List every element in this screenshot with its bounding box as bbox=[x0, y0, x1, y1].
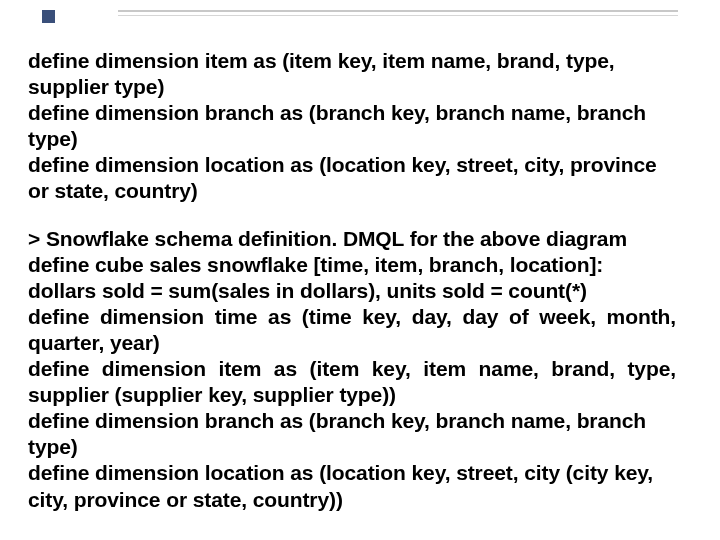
header-rule-thick bbox=[118, 10, 678, 12]
content-block: define dimension item as (item key, item… bbox=[28, 48, 676, 513]
header-rule-thin bbox=[118, 15, 678, 16]
dim-location-line: define dimension location as (location k… bbox=[28, 152, 676, 204]
cube-define-line: define cube sales snowflake [time, item,… bbox=[28, 252, 676, 278]
dim-location-snow-line: define dimension location as (location k… bbox=[28, 460, 676, 512]
dim-branch-snow-line: define dimension branch as (branch key, … bbox=[28, 408, 676, 460]
dim-item-line: define dimension item as (item key, item… bbox=[28, 48, 676, 100]
dim-branch-line: define dimension branch as (branch key, … bbox=[28, 100, 676, 152]
snowflake-title: > Snowflake schema definition. DMQL for … bbox=[28, 226, 676, 252]
slide: define dimension item as (item key, item… bbox=[0, 0, 720, 540]
header-bullet-icon bbox=[42, 10, 55, 23]
measures-line: dollars sold = sum(sales in dollars), un… bbox=[28, 278, 676, 304]
dim-time-line: define dimension time as (time key, day,… bbox=[28, 304, 676, 356]
section-gap bbox=[28, 204, 676, 226]
dim-item-snow-line: define dimension item as (item key, item… bbox=[28, 356, 676, 408]
